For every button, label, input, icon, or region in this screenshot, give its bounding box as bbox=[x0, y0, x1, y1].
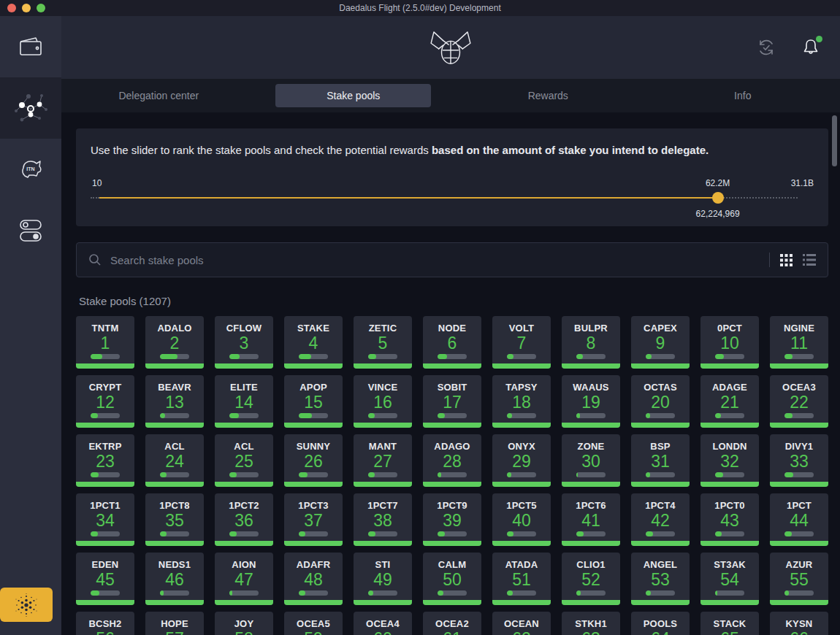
zoom-window-button[interactable] bbox=[37, 4, 45, 12]
pool-rank: 5 bbox=[378, 334, 388, 353]
grid-view-icon[interactable] bbox=[780, 254, 793, 266]
pool-retirement-strip bbox=[423, 423, 481, 428]
pool-saturation-bar bbox=[507, 472, 536, 477]
stake-pool-card[interactable]: ZONE30 bbox=[562, 434, 620, 487]
sidebar-item-staking[interactable] bbox=[0, 77, 61, 139]
notifications-button[interactable] bbox=[802, 38, 820, 57]
stake-pool-card[interactable]: POOLS64 bbox=[631, 612, 690, 635]
stake-pool-card[interactable]: TNTM1 bbox=[76, 316, 134, 369]
stake-pool-card[interactable]: LONDN32 bbox=[700, 434, 759, 487]
stake-pool-card[interactable]: ST3AK54 bbox=[700, 553, 759, 605]
minimize-window-button[interactable] bbox=[22, 4, 31, 12]
sync-status-button[interactable] bbox=[757, 38, 776, 57]
stake-pool-card[interactable]: VINCE16 bbox=[354, 375, 412, 428]
stake-pool-card[interactable]: 0PCT10 bbox=[700, 316, 759, 369]
stake-pool-card[interactable]: 1PCT939 bbox=[423, 493, 481, 546]
tab-rewards[interactable]: Rewards bbox=[451, 79, 646, 112]
content-scrollbar-thumb[interactable] bbox=[832, 115, 837, 166]
stake-pool-card[interactable]: WAAUS19 bbox=[562, 375, 620, 428]
tab-info[interactable]: Info bbox=[646, 79, 840, 112]
stake-pool-card[interactable]: DIVY133 bbox=[770, 434, 828, 487]
stake-pool-card[interactable]: 1PCT043 bbox=[700, 493, 759, 546]
stake-pool-card[interactable]: OCEA322 bbox=[770, 375, 828, 428]
stake-pool-card[interactable]: EKTRP23 bbox=[76, 434, 134, 487]
stake-pool-card[interactable]: ADAFR48 bbox=[284, 553, 343, 605]
stake-pool-card[interactable]: BULPR8 bbox=[562, 316, 620, 369]
stake-pool-card[interactable]: SUNNY26 bbox=[284, 434, 343, 487]
pool-ticker: EKTRP bbox=[88, 441, 121, 452]
stake-pool-card[interactable]: CRYPT12 bbox=[76, 375, 134, 428]
stake-pool-card[interactable]: 1PCT337 bbox=[284, 493, 343, 546]
pool-ticker: ANGEL bbox=[644, 559, 678, 570]
sidebar-item-itn-rewards[interactable]: ITN bbox=[0, 139, 61, 200]
stake-pool-card[interactable]: CAPEX9 bbox=[631, 316, 690, 369]
stake-pool-card[interactable]: 1PCT134 bbox=[76, 493, 134, 546]
stake-pool-card[interactable]: NGINE11 bbox=[770, 316, 828, 369]
stake-pool-card[interactable]: 1PCT641 bbox=[562, 493, 620, 546]
stake-pool-card[interactable]: ACL24 bbox=[145, 434, 204, 487]
stake-pool-card[interactable]: STI49 bbox=[354, 553, 412, 605]
pool-retirement-strip bbox=[700, 600, 759, 605]
sidebar-item-settings[interactable] bbox=[0, 200, 61, 261]
stake-pool-card[interactable]: CLIO152 bbox=[562, 553, 620, 605]
stake-pool-card[interactable]: NODE6 bbox=[423, 316, 481, 369]
stake-pool-card[interactable]: NEDS146 bbox=[145, 553, 204, 605]
stake-pool-card[interactable]: STACK65 bbox=[700, 612, 759, 635]
slider-track[interactable] bbox=[91, 197, 798, 199]
search-input[interactable] bbox=[110, 254, 759, 266]
pool-ticker: ACL bbox=[234, 441, 253, 452]
stake-pool-card[interactable]: CFLOW3 bbox=[215, 316, 273, 369]
stake-pool-card[interactable]: 1PCT738 bbox=[354, 493, 412, 546]
stake-pool-card[interactable]: AZUR55 bbox=[770, 553, 828, 605]
stake-pool-card[interactable]: BCSH256 bbox=[76, 612, 134, 635]
stake-pool-card[interactable]: BEAVR13 bbox=[145, 375, 204, 428]
sidebar-item-wallets[interactable] bbox=[0, 16, 61, 77]
stake-pool-card[interactable]: AION47 bbox=[215, 553, 273, 605]
pool-ticker: CLIO1 bbox=[576, 559, 605, 570]
stake-pool-card[interactable]: 1PCT442 bbox=[631, 493, 690, 546]
stake-pool-card[interactable]: CALM50 bbox=[423, 553, 481, 605]
pool-ticker: WAAUS bbox=[573, 382, 608, 393]
stake-pool-card[interactable]: ZETIC5 bbox=[354, 316, 412, 369]
pool-ticker: OCTAS bbox=[644, 382, 677, 393]
stake-pool-card[interactable]: TAPSY18 bbox=[492, 375, 551, 428]
stake-pool-card[interactable]: 1PCT540 bbox=[492, 493, 551, 546]
stake-pool-card[interactable]: ADALO2 bbox=[145, 316, 204, 369]
pool-saturation-bar bbox=[368, 354, 397, 359]
pool-saturation-bar bbox=[715, 590, 744, 596]
stake-pool-card[interactable]: KYSN66 bbox=[770, 612, 828, 635]
cardano-flight-button[interactable] bbox=[0, 588, 53, 622]
stake-pool-card[interactable]: OCTAS20 bbox=[631, 375, 690, 428]
stake-pool-card[interactable]: ADAGO28 bbox=[423, 434, 481, 487]
list-view-icon[interactable] bbox=[803, 254, 816, 266]
stake-pool-card[interactable]: MANT27 bbox=[354, 434, 412, 487]
stake-pool-card[interactable]: OCEA460 bbox=[354, 612, 412, 635]
stake-pool-card[interactable]: 1PCT44 bbox=[770, 493, 828, 546]
tab-stake-pools[interactable]: Stake pools bbox=[256, 79, 451, 112]
stake-pool-card[interactable]: JOY58 bbox=[215, 612, 273, 635]
stake-pool-card[interactable]: STAKE4 bbox=[284, 316, 343, 369]
stake-pool-card[interactable]: BSP31 bbox=[631, 434, 690, 487]
stake-pool-card[interactable]: OCEAN62 bbox=[492, 612, 551, 635]
stake-pool-card[interactable]: ANGEL53 bbox=[631, 553, 690, 605]
stake-pool-card[interactable]: STKH163 bbox=[562, 612, 620, 635]
stake-pool-card[interactable]: OCEA559 bbox=[284, 612, 343, 635]
stake-pool-card[interactable]: APOP15 bbox=[284, 375, 343, 428]
stake-pool-card[interactable]: 1PCT236 bbox=[215, 493, 273, 546]
tab-delegation-center[interactable]: Delegation center bbox=[61, 79, 256, 112]
stake-pool-card[interactable]: EDEN45 bbox=[76, 553, 134, 605]
stake-pool-card[interactable]: SOBIT17 bbox=[423, 375, 481, 428]
stake-pool-card[interactable]: ONYX29 bbox=[492, 434, 551, 487]
slider-thumb[interactable] bbox=[712, 192, 724, 204]
stake-pool-card[interactable]: ACL25 bbox=[215, 434, 273, 487]
stake-pool-card[interactable]: 1PCT835 bbox=[145, 493, 204, 546]
stake-pool-card[interactable]: HOPE57 bbox=[145, 612, 204, 635]
stake-pool-card[interactable]: ATADA51 bbox=[492, 553, 551, 605]
stake-pool-card[interactable]: ADAGE21 bbox=[700, 375, 759, 428]
close-window-button[interactable] bbox=[7, 4, 16, 12]
stake-pool-card[interactable]: VOLT7 bbox=[492, 316, 551, 369]
stake-pool-card[interactable]: ELITE14 bbox=[215, 375, 273, 428]
pool-rank: 44 bbox=[790, 511, 809, 530]
stake-pool-card[interactable]: OCEA261 bbox=[423, 612, 481, 635]
pool-retirement-strip bbox=[492, 423, 551, 428]
